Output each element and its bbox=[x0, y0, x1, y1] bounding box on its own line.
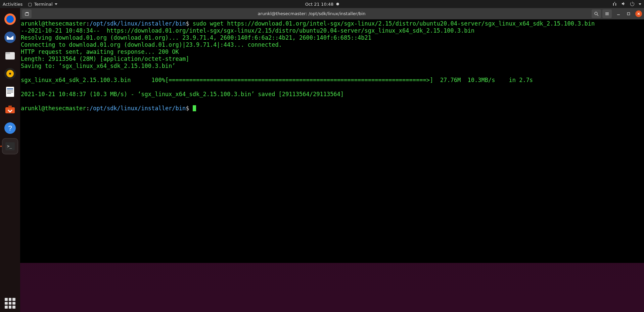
hamburger-menu-button[interactable] bbox=[602, 9, 612, 18]
system-tray[interactable] bbox=[612, 1, 641, 7]
svg-rect-10 bbox=[7, 90, 13, 91]
svg-rect-20 bbox=[26, 12, 29, 13]
cursor-icon bbox=[193, 105, 196, 111]
clock[interactable]: Oct 21 10:48 bbox=[305, 2, 339, 7]
svg-point-1 bbox=[6, 15, 14, 23]
svg-rect-19 bbox=[25, 13, 29, 15]
minimize-button[interactable] bbox=[615, 10, 622, 17]
minimize-icon bbox=[617, 12, 620, 15]
progress-percent: 100% bbox=[151, 77, 165, 83]
volume-icon bbox=[621, 1, 626, 7]
notification-dot-icon bbox=[336, 3, 339, 5]
svg-rect-12 bbox=[7, 93, 11, 94]
prompt-user: arunkl@thesecmaster bbox=[21, 20, 86, 27]
dock-ubuntu-software[interactable] bbox=[2, 102, 18, 118]
terminal-output: Length: 29113564 (28M) [application/octe… bbox=[21, 55, 189, 62]
svg-rect-27 bbox=[628, 12, 630, 15]
svg-rect-26 bbox=[617, 14, 620, 15]
hamburger-icon bbox=[605, 11, 609, 16]
svg-rect-9 bbox=[7, 88, 13, 89]
prompt-dollar: $ bbox=[186, 105, 189, 112]
terminal-window: arunkl@thesecmaster: /opt/sdk/linux/inst… bbox=[20, 8, 644, 263]
activities-button[interactable]: Activities bbox=[3, 2, 22, 7]
terminal-icon: ▢ bbox=[28, 2, 32, 7]
svg-text:?: ? bbox=[8, 124, 12, 132]
svg-point-21 bbox=[595, 12, 597, 15]
svg-rect-25 bbox=[605, 14, 609, 15]
app-menu[interactable]: ▢ Terminal bbox=[28, 2, 57, 7]
dock-firefox[interactable] bbox=[2, 11, 18, 27]
svg-rect-4 bbox=[5, 52, 10, 54]
terminal-output: HTTP request sent, awaiting response... … bbox=[21, 48, 179, 55]
maximize-icon bbox=[627, 12, 630, 15]
dock-libreoffice-writer[interactable] bbox=[2, 84, 18, 100]
app-menu-label: Terminal bbox=[34, 2, 53, 7]
show-applications-button[interactable] bbox=[5, 298, 15, 309]
svg-text:>_: >_ bbox=[7, 144, 12, 149]
progress-eta: in 2.7s bbox=[509, 77, 533, 83]
prompt-dollar: $ bbox=[186, 20, 189, 27]
terminal-output: Saving to: ‘sgx_linux_x64_sdk_2.15.100.3… bbox=[21, 63, 176, 69]
gnome-top-panel: Activities ▢ Terminal Oct 21 10:48 bbox=[0, 0, 644, 8]
svg-line-22 bbox=[597, 14, 598, 16]
dock-files[interactable] bbox=[2, 47, 18, 64]
dock-thunderbird[interactable] bbox=[2, 29, 18, 45]
search-icon bbox=[594, 11, 599, 16]
dock-terminal[interactable]: >_ bbox=[2, 138, 18, 154]
close-button[interactable] bbox=[635, 10, 642, 17]
prompt-user: arunkl@thesecmaster bbox=[21, 105, 86, 112]
svg-rect-11 bbox=[7, 92, 13, 92]
prompt-path: /opt/sdk/linux/installer/bin bbox=[90, 20, 186, 27]
power-icon bbox=[630, 1, 635, 7]
prompt-path: /opt/sdk/linux/installer/bin bbox=[90, 105, 186, 112]
new-tab-icon bbox=[25, 11, 29, 16]
progress-speed: 10.3MB/s bbox=[468, 77, 495, 83]
search-button[interactable] bbox=[592, 9, 601, 18]
network-icon bbox=[612, 1, 617, 7]
svg-point-7 bbox=[9, 73, 11, 75]
svg-rect-23 bbox=[605, 12, 609, 13]
command-input: sudo wget https://download.01.org/intel-… bbox=[193, 20, 595, 27]
window-title: arunkl@thesecmaster: /opt/sdk/linux/inst… bbox=[32, 11, 592, 16]
terminal-output: 2021-10-21 10:48:37 (10.3 MB/s) - ‘sgx_l… bbox=[21, 91, 344, 98]
running-indicator-icon bbox=[0, 146, 2, 147]
terminal-output: Resolving download.01.org (download.01.o… bbox=[21, 34, 371, 41]
dock-rhythmbox[interactable] bbox=[2, 66, 18, 82]
chevron-down-icon bbox=[639, 3, 641, 5]
dock-help[interactable]: ? bbox=[2, 120, 18, 136]
svg-rect-24 bbox=[605, 13, 609, 14]
clock-label: Oct 21 10:48 bbox=[305, 2, 334, 7]
titlebar: arunkl@thesecmaster: /opt/sdk/linux/inst… bbox=[20, 8, 644, 20]
maximize-button[interactable] bbox=[625, 10, 632, 17]
progress-filename: sgx_linux_x64_sdk_2.15.100.3.bin bbox=[21, 77, 131, 83]
terminal-body[interactable]: arunkl@thesecmaster:/opt/sdk/linux/insta… bbox=[20, 20, 644, 263]
progress-bar: [=======================================… bbox=[165, 77, 433, 83]
chevron-down-icon bbox=[55, 3, 57, 5]
terminal-output: Connecting to download.01.org (download.… bbox=[21, 41, 282, 48]
dock: ? >_ bbox=[0, 8, 20, 312]
desktop: arunkl@thesecmaster: /opt/sdk/linux/inst… bbox=[20, 8, 644, 312]
prompt-sep: : bbox=[86, 20, 89, 27]
progress-size: 27.76M bbox=[440, 77, 461, 83]
terminal-output: --2021-10-21 10:48:34-- https://download… bbox=[21, 27, 474, 34]
close-icon bbox=[637, 12, 640, 15]
svg-point-2 bbox=[4, 32, 16, 43]
svg-rect-14 bbox=[8, 106, 12, 108]
prompt-sep: : bbox=[86, 105, 89, 112]
new-tab-button[interactable] bbox=[22, 9, 32, 18]
